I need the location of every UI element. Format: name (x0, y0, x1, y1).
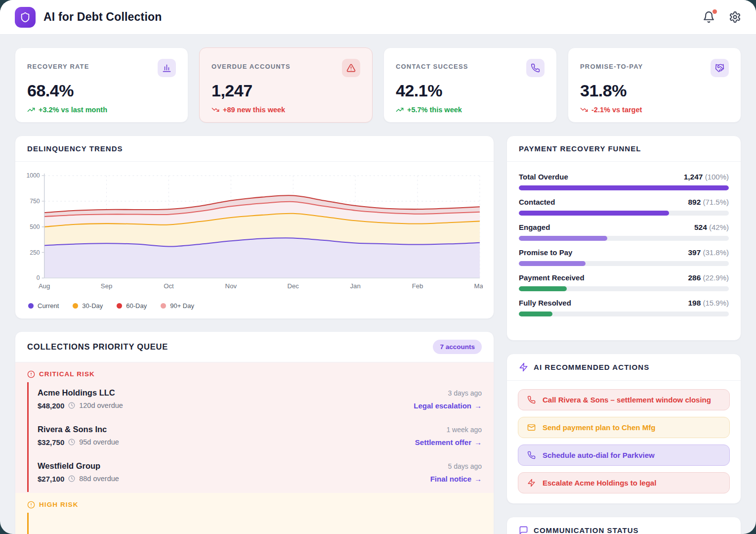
funnel-bar-track (519, 261, 729, 266)
clock-icon (68, 402, 75, 409)
legend-item-90-day: 90+ Day (161, 302, 194, 310)
content-area: RECOVERY RATE68.4%+3.2% vs last monthOVE… (0, 35, 756, 534)
funnel-stage-label: Promise to Pay (519, 248, 572, 257)
ai-action-label: Escalate Acme Holdings to legal (543, 479, 656, 487)
queue-title: COLLECTIONS PRIORITY QUEUE (27, 342, 168, 352)
svg-text:Feb: Feb (412, 282, 423, 290)
kpi-delta: +3.2% vs last month (27, 106, 176, 114)
funnel-stage-value: 892 (71.5%) (688, 198, 729, 207)
kpi-value: 31.8% (580, 81, 729, 100)
stacked-area-chart: 02505007501000AugSepOctNovDecJanFebMar (21, 170, 483, 296)
notifications-button[interactable] (703, 11, 715, 23)
clock-icon (68, 439, 75, 445)
svg-text:0: 0 (37, 274, 40, 281)
funnel-bar-track (519, 185, 729, 190)
arrow-right-icon: → (474, 475, 482, 483)
kpi-card-promise-to-pay[interactable]: PROMISE-TO-PAY31.8%-2.1% vs target (568, 47, 741, 123)
funnel-stage-value: 524 (42%) (694, 223, 729, 232)
funnel-bar-track (519, 312, 729, 316)
alert-circle-icon (27, 370, 35, 378)
top-bar: AI for Debt Collection (0, 0, 756, 35)
kpi-value: 68.4% (27, 81, 176, 100)
last-contact-time: 5 days ago (430, 461, 482, 470)
queue-account-row[interactable]: Westfield Group$27,10088d overdue5 days … (27, 455, 482, 492)
ai-action-button[interactable]: Schedule auto-dial for Parkview (518, 445, 730, 466)
svg-text:Jan: Jan (350, 282, 360, 290)
account-amount: $27,100 (38, 475, 64, 483)
ai-action-button[interactable]: Send payment plan to Chen Mfg (518, 417, 730, 438)
ai-action-label: Send payment plan to Chen Mfg (543, 423, 655, 432)
legend-item-30-day: 30-Day (73, 302, 103, 310)
funnel-row-contacted: Contacted892 (71.5%) (519, 198, 729, 216)
trending-up-icon (27, 106, 35, 114)
svg-text:1000: 1000 (26, 172, 40, 179)
kpi-delta-text: -2.1% vs target (591, 106, 642, 114)
ai-action-label: Call Rivera & Sons – settlement window c… (543, 396, 711, 404)
kpi-label: OVERDUE ACCOUNTS (211, 59, 291, 70)
kpi-card-overdue-accounts[interactable]: OVERDUE ACCOUNTS1,247+89 new this week (199, 47, 373, 123)
delinquency-trends-panel: DELINQUENCY TRENDS 02505007501000AugSepO… (15, 135, 494, 319)
funnel-rows: Total Overdue1,247 (100%)Contacted892 (7… (507, 162, 741, 329)
kpi-card-recovery-rate[interactable]: RECOVERY RATE68.4%+3.2% vs last month (15, 47, 188, 123)
kpi-label: RECOVERY RATE (27, 59, 89, 70)
queue-account-row[interactable]: Acme Holdings LLC$48,200120d overdue3 da… (27, 382, 482, 419)
funnel-bar-fill (519, 286, 567, 291)
risk-section-high: HIGH RISK (15, 493, 494, 534)
kpi-delta-text: +5.7% this week (407, 106, 462, 114)
risk-section-label: CRITICAL RISK (27, 370, 482, 378)
funnel-bar-fill (519, 236, 607, 241)
chat-bubble-icon (519, 526, 528, 534)
overdue-duration: 95d overdue (79, 438, 119, 446)
app-logo (15, 7, 36, 28)
next-action-link[interactable]: Legal escalation→ (414, 401, 482, 410)
phone-icon (527, 396, 536, 404)
legend-label: Current (38, 302, 59, 310)
ai-action-label: Schedule auto-dial for Parkview (543, 451, 655, 459)
svg-text:Dec: Dec (288, 282, 299, 290)
funnel-row-total-overdue: Total Overdue1,247 (100%) (519, 173, 729, 190)
queue-account-info: Westfield Group$27,10088d overdue (38, 461, 119, 484)
trending-down-icon (211, 106, 219, 114)
kpi-delta-text: +89 new this week (223, 106, 285, 114)
funnel-stage-label: Payment Received (519, 273, 585, 282)
shield-icon (20, 12, 31, 23)
svg-text:Nov: Nov (225, 282, 237, 290)
legend-label: 90+ Day (170, 302, 194, 310)
kpi-cards-row: RECOVERY RATE68.4%+3.2% vs last monthOVE… (15, 47, 741, 123)
account-amount: $48,200 (38, 401, 64, 410)
kpi-delta: +89 new this week (211, 106, 360, 114)
legend-item-60-day: 60-Day (117, 302, 147, 310)
kpi-value: 42.1% (396, 81, 545, 100)
ai-recommended-actions-panel: AI RECOMMENDED ACTIONS Call Rivera & Son… (506, 354, 741, 504)
action-link-text: Settlement offer (415, 438, 471, 446)
legend-dot (28, 303, 34, 309)
kpi-label: CONTACT SUCCESS (396, 59, 468, 70)
account-name: Westfield Group (38, 461, 119, 471)
funnel-stage-label: Total Overdue (519, 173, 568, 181)
bar-chart-icon (158, 59, 176, 77)
svg-text:Aug: Aug (39, 282, 50, 290)
funnel-bar-fill (519, 211, 669, 216)
risk-section-label: HIGH RISK (27, 501, 482, 509)
next-action-link[interactable]: Settlement offer→ (415, 438, 482, 446)
legend-label: 60-Day (126, 302, 147, 310)
ai-action-button[interactable]: Escalate Acme Holdings to legal (518, 472, 730, 493)
clock-icon (68, 475, 75, 482)
gear-icon (729, 11, 741, 23)
next-action-link[interactable]: Final notice→ (430, 475, 482, 483)
funnel-bar-track (519, 236, 729, 241)
ai-action-button[interactable]: Call Rivera & Sons – settlement window c… (518, 389, 730, 410)
funnel-stage-value: 1,247 (100%) (684, 173, 729, 181)
settings-button[interactable] (729, 11, 741, 23)
dashboard-screen: AI for Debt Collection RECOVERY RATE68.4… (0, 0, 756, 534)
kpi-card-contact-success[interactable]: CONTACT SUCCESS42.1%+5.7% this week (383, 47, 557, 123)
trending-up-icon (396, 106, 404, 114)
alert-circle-icon (27, 501, 35, 509)
risk-section-critical: CRITICAL RISKAcme Holdings LLC$48,200120… (15, 362, 494, 493)
actions-title: AI RECOMMENDED ACTIONS (534, 363, 649, 371)
handshake-icon (711, 59, 729, 77)
funnel-bar-fill (519, 185, 729, 190)
svg-text:500: 500 (30, 223, 40, 230)
queue-account-row[interactable]: Rivera & Sons Inc$32,75095d overdue1 wee… (27, 419, 482, 455)
funnel-row-payment-received: Payment Received286 (22.9%) (519, 273, 729, 291)
